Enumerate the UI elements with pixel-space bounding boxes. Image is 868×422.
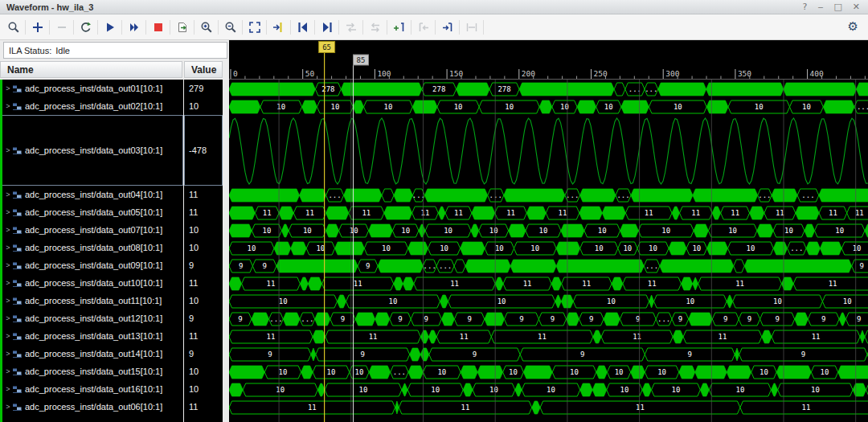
svg-text:10: 10: [604, 103, 613, 111]
toolbar-divider: [314, 20, 315, 35]
run-trigger-button[interactable]: [99, 17, 121, 38]
goto-cursor-button[interactable]: [268, 17, 289, 38]
next-marker-icon: [441, 21, 454, 34]
signal-name: adc_process_inst/data_out09[10:1]: [25, 260, 162, 270]
signal-row[interactable]: >adc_process_inst/data_out14[10:1]: [0, 345, 183, 363]
signal-row[interactable]: >adc_process_inst/data_out09[10:1]: [0, 256, 183, 274]
zoom-out-button[interactable]: [219, 17, 241, 38]
svg-text:11: 11: [267, 333, 276, 341]
zoom-out-icon: [224, 21, 237, 34]
expand-chevron-icon[interactable]: >: [4, 84, 12, 92]
name-column-header[interactable]: Name: [0, 61, 182, 78]
signal-row[interactable]: >adc_process_inst/data_out11[10:1]: [0, 292, 183, 309]
svg-text:11: 11: [855, 209, 864, 217]
signal-name: adc_process_inst/data_out13[10:1]: [25, 331, 162, 341]
expand-chevron-icon[interactable]: >: [4, 350, 12, 358]
expand-chevron-icon[interactable]: >: [4, 244, 12, 252]
svg-text:...: ...: [645, 262, 658, 270]
svg-text:10: 10: [279, 297, 288, 305]
signal-row[interactable]: >adc_process_inst/data_out07[10:1]: [0, 221, 183, 239]
expand-chevron-icon[interactable]: >: [4, 146, 12, 154]
panel-splitter[interactable]: [223, 61, 229, 422]
expand-chevron-icon[interactable]: >: [4, 208, 12, 216]
waveform-panel[interactable]: 050100150200250300350400278278278......1…: [229, 40, 868, 422]
run-trigger-immediate-button[interactable]: [123, 17, 145, 38]
signal-value: 10: [184, 239, 223, 256]
remove-button[interactable]: [51, 17, 72, 38]
expand-chevron-icon[interactable]: >: [4, 297, 12, 305]
expand-chevron-icon[interactable]: >: [4, 367, 12, 375]
toolbar-divider: [266, 20, 267, 35]
expand-chevron-icon[interactable]: >: [4, 385, 12, 393]
value-column-header[interactable]: Value: [184, 61, 223, 78]
signal-row[interactable]: >adc_process_inst/data_out03[10:1]: [0, 115, 183, 186]
svg-text:...: ...: [393, 368, 406, 376]
signal-row[interactable]: >adc_process_inst/data_out05[10:1]: [0, 203, 183, 221]
expand-chevron-icon[interactable]: >: [4, 279, 12, 287]
signal-row[interactable]: >adc_process_inst/data_out02[10:1]: [0, 97, 183, 115]
signal-row[interactable]: >adc_process_inst/data_out08[10:1]: [0, 239, 183, 256]
expand-chevron-icon[interactable]: >: [4, 226, 12, 234]
svg-text:278: 278: [497, 85, 510, 93]
svg-text:9: 9: [238, 315, 242, 323]
svg-text:10: 10: [657, 368, 666, 376]
zoom-in-button[interactable]: [195, 17, 217, 38]
goto-end-button[interactable]: [316, 17, 338, 38]
expand-chevron-icon[interactable]: >: [4, 102, 12, 110]
signal-value: 11: [184, 398, 223, 416]
signal-row[interactable]: >adc_process_inst/data_out06[10:1]: [0, 398, 183, 416]
minimize-button[interactable]: ‒: [817, 2, 823, 12]
svg-text:...: ...: [790, 244, 803, 252]
export-data-button[interactable]: [171, 17, 193, 38]
zoom-fit-button[interactable]: [244, 17, 265, 38]
zoom-fit-icon: [248, 21, 261, 34]
signal-value: 9: [184, 256, 223, 274]
toolbar-divider: [483, 20, 484, 35]
signal-row[interactable]: >adc_process_inst/data_out01[10:1]: [0, 80, 183, 97]
bus-icon: [12, 208, 23, 217]
svg-text:11: 11: [559, 209, 567, 217]
run-trigger-loop-button[interactable]: [75, 17, 96, 38]
swap-cursor-b-icon: [369, 21, 382, 34]
span-markers-button[interactable]: [461, 17, 482, 38]
settings-gear-icon[interactable]: ⚙: [848, 21, 858, 33]
swap-cursor-b-button[interactable]: [364, 17, 386, 38]
svg-text:9: 9: [678, 315, 682, 323]
add-marker-button[interactable]: [388, 17, 410, 38]
swap-cursor-a-button[interactable]: [340, 17, 362, 38]
next-marker-button[interactable]: [436, 17, 458, 38]
stop-trigger-button[interactable]: [147, 17, 169, 38]
expand-chevron-icon[interactable]: >: [4, 403, 12, 411]
signal-name: adc_process_inst/data_out11[10:1]: [25, 296, 162, 305]
signal-row[interactable]: >adc_process_inst/data_out13[10:1]: [0, 327, 183, 345]
bus-icon: [12, 279, 23, 288]
goto-start-button[interactable]: [292, 17, 313, 38]
expand-chevron-icon[interactable]: >: [4, 314, 12, 322]
expand-chevron-icon[interactable]: >: [4, 191, 12, 199]
signal-row[interactable]: >adc_process_inst/data_out04[10:1]: [0, 186, 183, 203]
svg-text:10: 10: [821, 368, 829, 376]
waveform-canvas[interactable]: 050100150200250300350400278278278......1…: [229, 40, 868, 422]
expand-chevron-icon[interactable]: >: [4, 332, 12, 340]
ila-status-field[interactable]: ILA Status: Idle: [3, 42, 227, 59]
svg-text:10: 10: [671, 386, 680, 394]
svg-text:9: 9: [473, 350, 477, 358]
help-button[interactable]: ?: [803, 2, 808, 12]
add-button[interactable]: [27, 17, 48, 38]
bus-icon: [12, 244, 23, 252]
expand-chevron-icon[interactable]: >: [4, 261, 12, 269]
signal-row[interactable]: >adc_process_inst/data_out16[10:1]: [0, 380, 183, 398]
maximize-button[interactable]: □: [833, 2, 841, 12]
signal-row[interactable]: >adc_process_inst/data_out10[10:1]: [0, 274, 183, 292]
signal-name: adc_process_inst/data_out16[10:1]: [25, 384, 162, 394]
stop-trigger-icon: [152, 21, 165, 34]
zoom-find-button[interactable]: [2, 17, 24, 38]
previous-marker-button[interactable]: [412, 17, 434, 38]
close-button[interactable]: ✕: [853, 2, 860, 12]
toolbar-divider: [435, 20, 436, 35]
bus-icon: [12, 146, 23, 155]
svg-text:11: 11: [719, 333, 727, 341]
svg-text:11: 11: [460, 333, 469, 341]
signal-row[interactable]: >adc_process_inst/data_out15[10:1]: [0, 363, 183, 380]
signal-row[interactable]: >adc_process_inst/data_out12[10:1]: [0, 309, 183, 327]
